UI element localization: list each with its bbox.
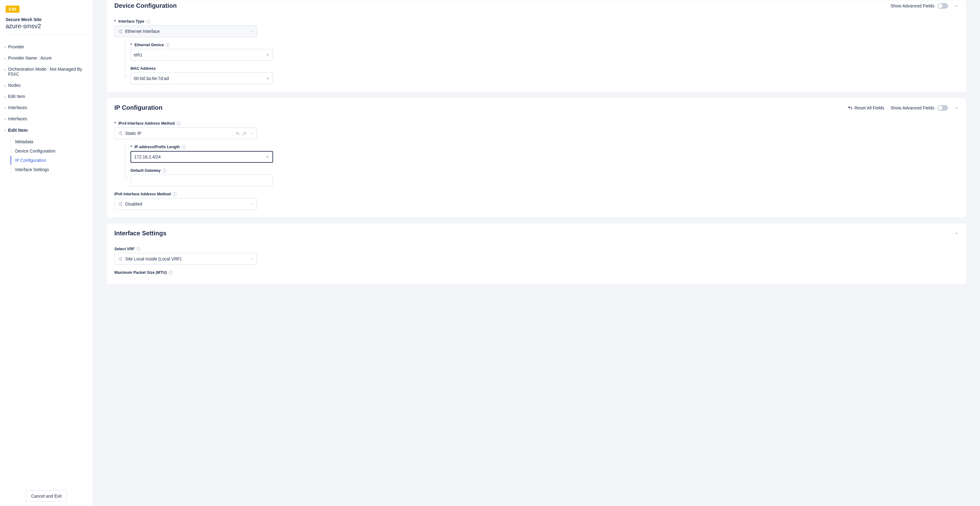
ip-prefix-field[interactable] <box>134 154 266 159</box>
ipv4-method-label: *IPv4 Interface Address Method i <box>115 121 959 126</box>
mac-address-input[interactable]: × <box>130 73 273 84</box>
device-advanced-label: Show Advanced Fields <box>891 3 934 8</box>
main-content: Device Configuration Show Advanced Field… <box>93 0 980 506</box>
clear-icon[interactable]: × <box>266 154 269 159</box>
ip-configuration-card: IP Configuration Reset All Fields Show A… <box>107 98 966 218</box>
sidebar: Edit Secure Mesh Site azure-smsv2 Provid… <box>0 0 93 506</box>
info-icon[interactable]: i <box>173 192 177 196</box>
info-icon[interactable]: i <box>136 247 140 251</box>
info-icon[interactable]: i <box>177 121 181 126</box>
subnav-ip-configuration[interactable]: IP Configuration <box>11 156 93 165</box>
ip-configuration-title: IP Configuration <box>115 104 162 111</box>
ethernet-device-input[interactable]: × <box>130 49 273 61</box>
ipv4-method-select[interactable]: Static IP <box>115 127 257 139</box>
chevron-down-icon <box>250 132 253 135</box>
sidebar-item-interfaces-1[interactable]: Interfaces <box>0 102 93 113</box>
ip-advanced-label: Show Advanced Fields <box>891 105 934 110</box>
reset-all-fields-label: Reset All Fields <box>854 105 884 110</box>
default-gateway-input[interactable] <box>130 175 273 186</box>
subnav-interface-settings[interactable]: Interface Settings <box>11 165 93 174</box>
undo-icon[interactable] <box>235 132 240 135</box>
select-vrf-label: Select VRF i <box>115 247 959 251</box>
interface-type-select[interactable]: Ethernet Interface <box>115 25 257 37</box>
sidebar-item-edit-item-2[interactable]: Edit Item <box>0 124 93 136</box>
info-icon[interactable]: i <box>169 271 173 275</box>
default-gateway-label: Default Gateway i <box>130 169 959 173</box>
ipv6-method-label: IPv6 Interface Address Method i <box>115 192 959 196</box>
interface-settings-collapse-icon[interactable] <box>954 231 959 235</box>
edit-badge: Edit <box>6 6 19 13</box>
ip-collapse-icon[interactable] <box>954 106 959 110</box>
interface-settings-card: Interface Settings Select VRF i Site Loc <box>107 223 966 284</box>
mac-address-field[interactable] <box>134 76 266 81</box>
select-vrf-value: Site Local Inside (Local VRF) <box>125 256 247 261</box>
select-vrf-select[interactable]: Site Local Inside (Local VRF) <box>115 253 257 265</box>
subnav-device-configuration[interactable]: Device Configuration <box>11 146 93 156</box>
ip-advanced-toggle[interactable] <box>937 105 948 111</box>
chevron-down-icon <box>250 202 253 206</box>
shuffle-icon <box>118 131 122 135</box>
info-icon[interactable]: i <box>181 145 186 149</box>
site-name: azure-smsv2 <box>6 22 87 30</box>
sidebar-item-interfaces-2[interactable]: Interfaces <box>0 113 93 124</box>
subnav-metadata[interactable]: Metadata <box>11 137 93 146</box>
clear-icon[interactable]: × <box>266 53 270 57</box>
chevron-down-icon <box>250 257 253 261</box>
sidebar-item-provider[interactable]: Provider <box>0 41 93 53</box>
sidebar-subnav: Metadata Device Configuration IP Configu… <box>11 136 93 176</box>
undo-icon <box>848 105 853 110</box>
shuffle-icon <box>118 29 122 33</box>
shuffle-icon <box>118 257 122 261</box>
ethernet-device-field[interactable] <box>134 53 266 57</box>
ipv6-method-value: Disabled <box>125 202 247 207</box>
ethernet-device-label: *Ethernet Device i <box>130 43 959 47</box>
interface-type-label: *Interface Type i <box>115 19 959 24</box>
device-configuration-title: Device Configuration <box>115 2 177 9</box>
sidebar-item-orchestration-mode[interactable]: Orchestration Mode : Not Managed By F5XC <box>0 64 93 80</box>
site-type-label: Secure Mesh Site <box>6 17 87 22</box>
interface-settings-title: Interface Settings <box>115 230 166 237</box>
ip-prefix-input[interactable]: × <box>130 151 273 163</box>
mtu-label: Maximum Packet Size (MTU) i <box>115 271 959 275</box>
sidebar-item-nodes[interactable]: Nodes <box>0 80 93 91</box>
redo-icon[interactable] <box>243 132 247 135</box>
device-configuration-card: Device Configuration Show Advanced Field… <box>107 0 966 92</box>
sidebar-item-provider-name[interactable]: Provider Name : Azure <box>0 53 93 64</box>
device-collapse-icon[interactable] <box>954 4 959 8</box>
shuffle-icon <box>118 202 122 206</box>
info-icon[interactable]: i <box>165 43 170 47</box>
ipv4-method-value: Static IP <box>125 131 232 136</box>
interface-type-value: Ethernet Interface <box>125 29 247 34</box>
chevron-down-icon <box>250 29 253 33</box>
ip-prefix-label: *IP address/Prefix Length i <box>130 145 959 149</box>
info-icon[interactable]: i <box>146 19 150 24</box>
ipv6-method-select[interactable]: Disabled <box>115 198 257 210</box>
mac-address-label: MAC Address <box>130 66 959 71</box>
reset-all-fields-button[interactable]: Reset All Fields <box>848 105 884 110</box>
clear-icon[interactable]: × <box>266 76 270 81</box>
device-advanced-toggle[interactable] <box>937 3 948 9</box>
sidebar-item-edit-item-1[interactable]: Edit Item <box>0 91 93 102</box>
info-icon[interactable]: i <box>162 169 166 173</box>
default-gateway-field[interactable] <box>134 178 270 183</box>
cancel-and-exit-button[interactable]: Cancel and Exit <box>26 490 67 502</box>
